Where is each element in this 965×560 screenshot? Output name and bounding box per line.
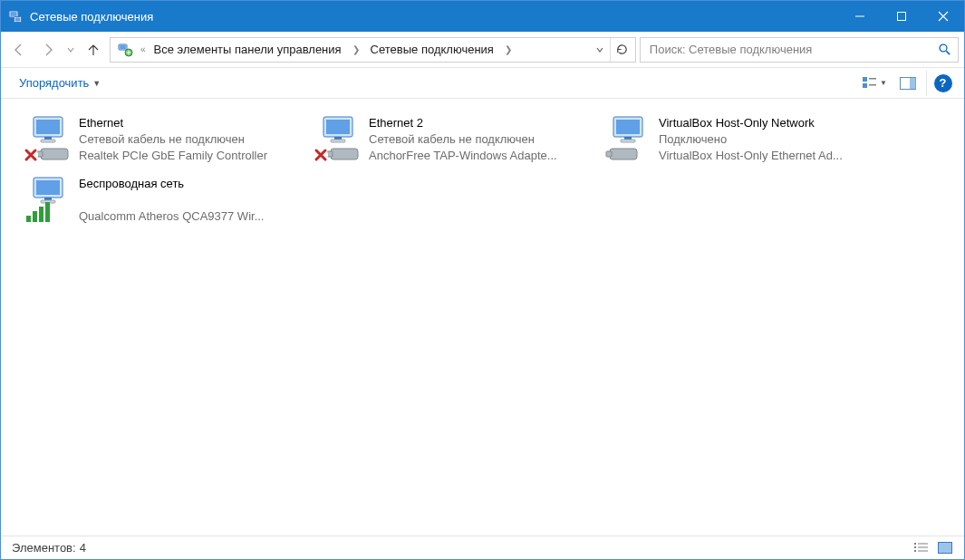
view-options-button[interactable]: ▼: [855, 71, 893, 96]
adapter-item[interactable]: Беспроводная сеть Qualcomm Atheros QCA93…: [17, 172, 307, 227]
caret-down-icon: ▼: [92, 79, 101, 88]
svg-rect-41: [26, 216, 31, 222]
svg-rect-25: [326, 120, 350, 134]
svg-rect-45: [914, 543, 916, 545]
svg-rect-44: [45, 202, 50, 222]
svg-rect-52: [939, 543, 951, 553]
adapter-name: Беспроводная сеть: [79, 176, 264, 192]
svg-rect-8: [120, 45, 126, 49]
window-title: Сетевые подключения: [30, 10, 153, 24]
titlebar: Сетевые подключения: [1, 1, 964, 32]
adapter-name: VirtualBox Host-Only Network: [659, 115, 843, 131]
network-adapter-disconnected-icon: [311, 113, 362, 164]
search-box[interactable]: [640, 37, 959, 63]
breadcrumb[interactable]: « Все элементы панели управления ❯ Сетев…: [110, 37, 636, 63]
svg-rect-18: [36, 120, 60, 134]
search-icon[interactable]: [934, 40, 954, 60]
svg-rect-12: [863, 83, 867, 88]
svg-rect-4: [15, 17, 21, 21]
svg-rect-43: [39, 207, 43, 222]
help-button[interactable]: ?: [926, 71, 955, 96]
adapter-name: Ethernet: [79, 115, 267, 131]
caret-down-icon: ▼: [880, 79, 887, 87]
view-details-button[interactable]: [912, 540, 931, 556]
svg-rect-46: [918, 544, 928, 545]
search-input[interactable]: [648, 42, 934, 57]
adapter-device: Realtek PCIe GbE Family Controller: [79, 148, 267, 164]
command-bar: Упорядочить ▼ ▼ ?: [1, 68, 964, 99]
svg-rect-1: [11, 12, 17, 16]
svg-rect-50: [918, 551, 928, 552]
svg-rect-13: [869, 78, 876, 80]
network-adapter-connected-icon: [601, 113, 651, 164]
svg-rect-14: [869, 84, 876, 86]
breadcrumb-prefix-icon: «: [138, 44, 149, 54]
svg-rect-34: [621, 140, 635, 142]
chevron-right-icon[interactable]: ❯: [499, 44, 517, 54]
close-button[interactable]: [922, 1, 964, 32]
svg-rect-27: [331, 140, 345, 142]
svg-rect-32: [616, 120, 640, 134]
adapter-status: Подключено: [659, 131, 843, 148]
content-area[interactable]: Ethernet Сетевой кабель не подключен Rea…: [1, 99, 964, 536]
minimize-button[interactable]: [839, 1, 881, 32]
svg-rect-35: [610, 149, 637, 159]
adapter-device: VirtualBox Host-Only Ethernet Ad...: [659, 148, 843, 164]
nav-history-dropdown[interactable]: [64, 37, 77, 63]
statusbar-count: 4: [80, 541, 86, 555]
app-icon: [8, 9, 23, 24]
adapter-device: Qualcomm Atheros QCA9377 Wir...: [79, 208, 264, 225]
nav-forward-button[interactable]: [35, 37, 61, 63]
view-large-icons-button[interactable]: [935, 540, 955, 556]
refresh-button[interactable]: [610, 38, 633, 62]
svg-rect-36: [606, 151, 612, 157]
maximize-button[interactable]: [881, 1, 922, 32]
wireless-adapter-icon: [21, 174, 72, 225]
adapter-item[interactable]: Ethernet 2 Сетевой кабель не подключен A…: [307, 111, 597, 167]
svg-rect-21: [41, 149, 68, 159]
statusbar: Элементов: 4: [1, 536, 964, 559]
adapter-name: Ethernet 2: [369, 115, 557, 131]
adapter-status: Сетевой кабель не подключен: [369, 131, 557, 148]
svg-rect-5: [855, 16, 864, 17]
chevron-right-icon[interactable]: ❯: [347, 44, 365, 54]
svg-rect-11: [863, 77, 867, 82]
svg-rect-6: [898, 13, 906, 21]
statusbar-label: Элементов:: [12, 541, 76, 555]
adapter-item[interactable]: Ethernet Сетевой кабель не подключен Rea…: [17, 111, 307, 167]
svg-rect-48: [918, 547, 928, 548]
adapter-device: AnchorFree TAP-Windows Adapte...: [369, 148, 557, 164]
breadcrumb-segment-network[interactable]: Сетевые подключения: [367, 41, 497, 58]
navbar: « Все элементы панели управления ❯ Сетев…: [1, 32, 964, 68]
svg-rect-42: [33, 211, 37, 222]
adapter-status: [79, 192, 264, 208]
organize-button[interactable]: Упорядочить ▼: [15, 72, 104, 93]
preview-pane-button[interactable]: [893, 71, 922, 96]
svg-point-10: [940, 44, 947, 52]
svg-rect-49: [914, 550, 916, 552]
organize-label: Упорядочить: [19, 76, 89, 90]
adapter-status: Сетевой кабель не подключен: [79, 131, 267, 148]
nav-back-button[interactable]: [6, 37, 32, 63]
svg-rect-47: [914, 546, 916, 548]
help-icon: ?: [934, 74, 952, 92]
svg-rect-28: [331, 149, 358, 159]
svg-rect-20: [41, 140, 55, 142]
nav-up-button[interactable]: [81, 37, 106, 63]
breadcrumb-location-icon: [116, 41, 134, 59]
breadcrumb-segment-control-panel[interactable]: Все элементы панели управления: [150, 41, 345, 58]
svg-rect-38: [36, 180, 60, 195]
breadcrumb-dropdown[interactable]: [592, 38, 608, 62]
adapter-item[interactable]: VirtualBox Host-Only Network Подключено …: [597, 111, 887, 167]
network-adapter-disconnected-icon: [21, 113, 72, 164]
svg-rect-16: [910, 78, 916, 89]
